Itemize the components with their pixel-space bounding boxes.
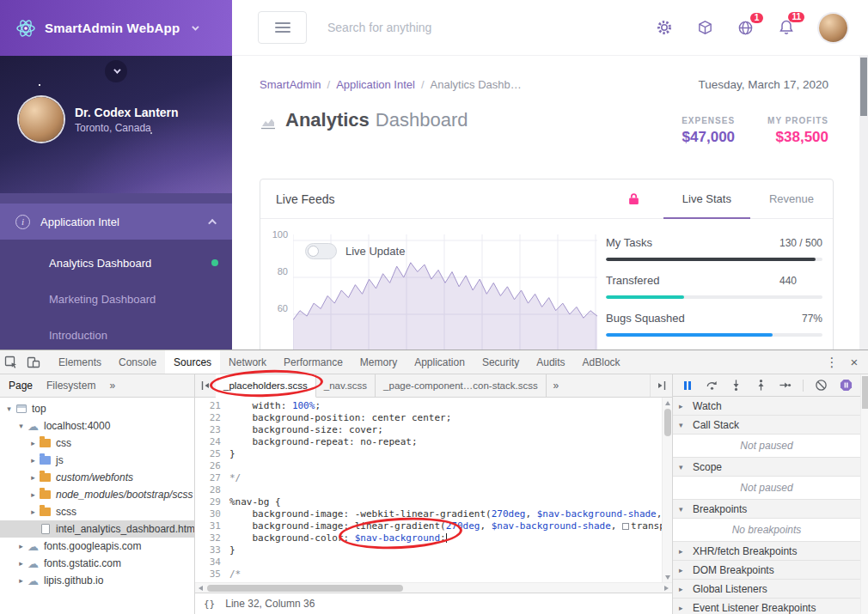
devtools-tab-adblock[interactable]: AdBlock (574, 350, 629, 374)
toggle-debugger-sidebar-icon[interactable] (650, 374, 672, 397)
tree-item-fonts-gstatic-com[interactable]: ▸☁fonts.gstatic.com (0, 555, 194, 572)
tree-item-custom-webfonts[interactable]: ▸custom/webfonts (0, 469, 194, 486)
tree-item-localhost-4000[interactable]: ▾☁localhost:4000 (0, 417, 194, 435)
line-number[interactable]: 24 (195, 436, 221, 448)
brand-logo[interactable]: SmartAdmin WebApp (0, 0, 232, 56)
editor-vscrollbar[interactable] (662, 398, 672, 582)
inspect-element-icon[interactable] (0, 351, 22, 374)
kebab-menu-icon[interactable]: ⋮ (822, 352, 842, 373)
step-button[interactable] (779, 379, 792, 392)
tab-live-stats[interactable]: Live Stats (663, 179, 750, 218)
line-number[interactable]: 32 (195, 532, 221, 544)
devtools-tab-security[interactable]: Security (474, 350, 528, 374)
line-number[interactable]: 25 (195, 448, 221, 460)
page-scrollbar[interactable] (859, 56, 868, 350)
editor-vscroll-thumb[interactable] (664, 409, 671, 436)
pause-on-exceptions-button[interactable] (840, 379, 853, 392)
section-header-event-listener-breakpoints[interactable]: ▸Event Listener Breakpoints (673, 599, 860, 614)
more-tabs-chevron[interactable]: » (109, 380, 115, 392)
settings-gear-icon[interactable] (656, 19, 673, 36)
code-line[interactable] (229, 460, 672, 472)
breadcrumb-item-smartadmin[interactable]: SmartAdmin (260, 78, 321, 91)
code-line[interactable]: %nav-bg { (229, 496, 672, 508)
section-header-watch[interactable]: ▸Watch (673, 397, 860, 416)
scroll-up-arrow-icon[interactable] (665, 401, 670, 405)
editor-hscrollbar[interactable] (195, 582, 672, 593)
line-number[interactable]: 28 (195, 484, 221, 496)
devtools-tab-elements[interactable]: Elements (50, 350, 110, 374)
line-number[interactable]: 26 (195, 460, 221, 472)
live-update-toggle[interactable] (305, 243, 337, 259)
editor-tab-placeholders-scss[interactable]: _placeholders.scss (216, 374, 316, 398)
section-header-breakpoints[interactable]: ▾Breakpoints (673, 500, 860, 519)
code-line[interactable]: background-position: center center; (229, 412, 672, 424)
step-over-button[interactable] (705, 379, 718, 392)
section-header-xhr-fetch-breakpoints[interactable]: ▸XHR/fetch Breakpoints (673, 542, 860, 561)
sidebar-scrollbar[interactable] (860, 374, 868, 614)
code-line[interactable]: */ (229, 472, 672, 484)
scroll-down-arrow-icon[interactable] (665, 575, 670, 580)
line-number[interactable]: 29 (195, 496, 221, 508)
sidebar-scrollbar-thumb[interactable] (862, 376, 868, 409)
sidebar-item-analytics-dashboard[interactable]: Analytics Dashboard (0, 245, 232, 281)
code-line[interactable]: width: 100%; (229, 400, 672, 412)
code-line[interactable]: background-image: -webkit-linear-gradien… (229, 508, 672, 520)
code-line[interactable] (229, 484, 672, 496)
code-editor[interactable]: 21222324252627282930313233343536 width: … (195, 398, 672, 582)
bell-icon[interactable]: 11 (778, 19, 795, 36)
device-toolbar-icon[interactable] (22, 351, 45, 374)
tree-item-intel-analytics-dashboard-html[interactable]: intel_analytics_dashboard.html (0, 520, 194, 538)
devtools-tab-memory[interactable]: Memory (351, 350, 406, 374)
section-header-dom-breakpoints[interactable]: ▸DOM Breakpoints (673, 561, 860, 580)
pretty-print-button[interactable]: {} (204, 599, 215, 610)
tree-item-js[interactable]: ▸js (0, 452, 194, 469)
devtools-tab-sources[interactable]: Sources (165, 350, 220, 374)
package-box-icon[interactable] (697, 20, 713, 36)
editor-code[interactable]: width: 100%; background-position: center… (226, 398, 672, 582)
section-header-call-stack[interactable]: ▾Call Stack (673, 416, 860, 435)
pause-script-button[interactable] (681, 379, 694, 392)
step-into-button[interactable] (730, 379, 743, 392)
line-number[interactable]: 34 (195, 556, 221, 568)
page-scrollbar-thumb[interactable] (860, 58, 867, 116)
line-number[interactable]: 22 (195, 412, 221, 424)
line-number[interactable]: 35 (195, 568, 221, 581)
devtools-tab-performance[interactable]: Performance (275, 350, 351, 374)
scroll-right-arrow-icon[interactable] (664, 586, 669, 591)
code-line[interactable]: background-color: $nav-background; (229, 532, 672, 544)
editor-tab-page-component-con-stack-scss[interactable]: _page-component…con-stack.scss (376, 374, 547, 397)
navigator-tab-filesystem[interactable]: Filesystem (46, 380, 95, 392)
devtools-tab-audits[interactable]: Audits (528, 350, 573, 374)
tree-item-fonts-googleapis-com[interactable]: ▸☁fonts.googleapis.com (0, 538, 194, 555)
code-line[interactable]: background-size: cover; (229, 424, 672, 436)
line-number[interactable]: 33 (195, 544, 221, 556)
tree-item-lipis-github-io[interactable]: ▸☁lipis.github.io (0, 572, 194, 589)
tree-item-css[interactable]: ▸css (0, 435, 194, 452)
deactivate-breakpoints-button[interactable] (815, 379, 828, 392)
hamburger-menu-button[interactable] (258, 11, 307, 44)
step-out-button[interactable] (754, 379, 767, 392)
more-tabs-chevron[interactable]: » (547, 374, 565, 397)
tab-revenue[interactable]: Revenue (750, 179, 833, 218)
tree-item-top[interactable]: ▾top (0, 400, 194, 417)
navigator-tab-page[interactable]: Page (9, 380, 33, 392)
sidebar-item-marketing-dashboard[interactable]: Marketing Dashboard (0, 281, 232, 317)
devtools-tab-network[interactable]: Network (220, 350, 275, 374)
devtools-tab-application[interactable]: Application (406, 350, 474, 374)
hide-navigator-icon[interactable] (195, 374, 216, 397)
sidebar-item-introduction[interactable]: Introduction (0, 317, 232, 350)
tree-item-node-modules-bootstrap-scss[interactable]: ▸node_modules/bootstrap/scss (0, 486, 194, 503)
section-header-global-listeners[interactable]: ▸Global Listeners (673, 580, 860, 599)
line-number[interactable]: 31 (195, 520, 221, 532)
sidebar-item-application-intel[interactable]: i Application Intel (0, 204, 232, 240)
profile-info[interactable]: Dr. Codex Lantern Toronto, Canada (19, 97, 179, 142)
search-input[interactable] (327, 21, 602, 34)
editor-hscroll-thumb[interactable] (207, 585, 403, 592)
line-number[interactable]: 30 (195, 508, 221, 520)
user-avatar[interactable] (819, 14, 847, 42)
editor-tab-nav-scss[interactable]: _nav.scss (316, 374, 376, 397)
profile-avatar[interactable] (19, 97, 64, 142)
line-number[interactable]: 21 (195, 400, 221, 412)
tree-item-scss[interactable]: ▸scss (0, 503, 194, 520)
scroll-left-arrow-icon[interactable] (199, 586, 203, 591)
